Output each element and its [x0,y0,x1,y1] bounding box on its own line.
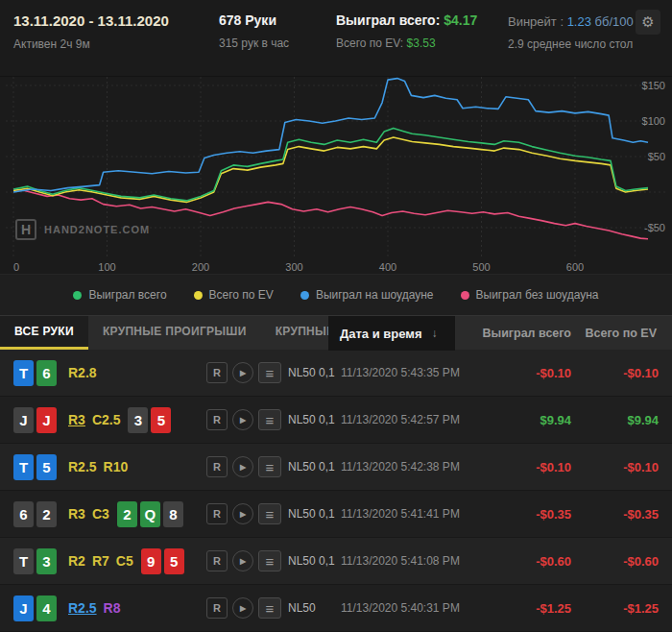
card-8-spade: 8 [163,501,183,527]
play-button[interactable]: ▶ [232,550,253,571]
action-label: C2.5 [92,412,121,427]
row-buttons: R▶≡ [206,409,281,430]
card-J-spade: J [13,407,34,433]
ev-amount: -$0.60 [571,554,659,569]
play-button[interactable]: ▶ [232,597,253,619]
sort-dropdown[interactable]: Дата и время ↓ [328,316,455,351]
stakes-label: NL50 0,1 [288,366,341,379]
hole-cards: T6 [13,360,57,386]
hand-summary: T6R2.8R▶≡ [13,360,288,386]
session-header: 13.11.2020 - 13.11.2020 Активен 2ч 9м 67… [0,0,672,77]
legend-label: Выиграл на шоудауне [316,288,434,302]
datetime-label: 11/13/2020 5:43:35 PM [341,366,485,379]
column-header-won[interactable]: Выиграл всего [482,316,571,351]
legend-item-showdown: Выиграл на шоудауне [300,288,434,302]
hand-summary: J4R2.5R8R▶≡ [13,596,288,621]
row-buttons: R▶≡ [206,550,281,571]
ev-amount: $9.94 [571,413,659,427]
hands-table: T6R2.8R▶≡NL50 0,111/13/2020 5:43:35 PM-$… [0,350,672,632]
details-button[interactable]: ≡ [258,409,281,430]
won-amount: -$0.60 [485,554,571,569]
details-button[interactable]: ≡ [258,362,281,383]
replay-button[interactable]: R [206,597,228,619]
details-button[interactable]: ≡ [258,456,281,477]
tab-all-hands[interactable]: ВСЕ РУКИ [0,316,88,350]
datetime-label: 11/13/2020 5:41:41 PM [341,507,485,521]
card-J-diamond: J [13,596,34,621]
hands-per-hour: 315 рук в час [219,36,323,50]
x-tick-label: 500 [472,261,490,273]
table-row[interactable]: JJR3C2.535R▶≡NL50 0,111/13/2020 5:42:57 … [0,397,672,444]
y-tick-label: $50 [648,151,665,162]
table-row[interactable]: J4R2.5R8R▶≡NL5011/13/2020 5:40:31 PM-$1.… [0,585,672,632]
details-button[interactable]: ≡ [258,503,281,524]
table-row[interactable]: 62R3C32Q8R▶≡NL50 0,111/13/2020 5:41:41 P… [0,491,672,538]
card-9-heart: 9 [141,548,161,574]
active-time: Активен 2ч 9м [13,37,205,51]
winnings-chart: 0100200300400500600$150$100$50-$50 H HAN… [0,77,672,274]
card-5-diamond: 5 [36,454,57,480]
datetime-label: 11/13/2020 5:41:08 PM [341,554,485,568]
sort-dropdown-label: Дата и время [340,327,422,341]
action-label: R7 [92,553,109,569]
series-line-ev [13,137,648,202]
ev-total-value: $3.53 [407,36,436,50]
action-label: R2.5 [68,459,97,474]
hand-line: R2.5R10 [68,459,195,474]
tab-big-losses[interactable]: КРУПНЫЕ ПРОИГРЫШИ [88,316,261,350]
legend-label: Выиграл всего [88,288,166,302]
details-button[interactable]: ≡ [258,597,281,619]
table-row[interactable]: T6R2.8R▶≡NL50 0,111/13/2020 5:43:35 PM-$… [0,350,672,397]
hand-summary: T5R2.5R10R▶≡ [13,454,288,480]
datetime-label: 11/13/2020 5:40:31 PM [341,601,485,615]
play-button[interactable]: ▶ [232,456,253,477]
stakes-label: NL50 0,1 [288,413,341,426]
watermark: H HAND2NOTE.COM [15,219,150,240]
x-tick-label: 400 [379,261,396,273]
column-header-ev[interactable]: Всего по EV [586,316,657,351]
replay-button[interactable]: R [206,409,228,430]
legend-dot-icon [461,291,469,300]
card-5-heart: 5 [151,407,171,433]
legend-item-ev: Всего по EV [194,288,274,302]
legend-dot-icon [300,291,309,300]
replay-button[interactable]: R [206,362,228,383]
x-tick-label: 100 [98,261,115,273]
winnings-graph: 0100200300400500600$150$100$50-$50 [0,77,672,274]
won-amount: -$1.25 [485,601,571,616]
action-label: R3 [68,412,85,427]
sort-arrow-icon: ↓ [432,327,438,340]
date-range[interactable]: 13.11.2020 - 13.11.2020 [13,12,205,29]
ev-total-label: Всего по EV: [336,36,403,50]
hole-cards: 62 [13,501,57,527]
ev-amount: -$1.25 [571,601,659,616]
hole-cards: T3 [13,548,57,574]
details-button[interactable]: ≡ [258,550,281,571]
action-sequence: R2.8 [68,365,97,380]
hand-summary: JJR3C2.535R▶≡ [13,407,288,433]
action-sequence: R2.5R8 [68,600,120,616]
ev-amount: -$0.10 [571,366,659,380]
table-row[interactable]: T5R2.5R10R▶≡NL50 0,111/13/2020 5:42:38 P… [0,444,672,491]
row-buttons: R▶≡ [206,597,281,619]
series-line-showdown [13,79,648,192]
replay-button[interactable]: R [206,503,228,524]
play-button[interactable]: ▶ [232,503,253,524]
play-button[interactable]: ▶ [232,362,253,383]
hole-cards: JJ [13,407,57,433]
settings-button[interactable]: ⚙ [636,10,660,35]
card-5-heart: 5 [164,548,184,574]
x-tick-label: 0 [13,261,19,273]
replay-button[interactable]: R [206,550,228,571]
stakes-label: NL50 0,1 [288,554,341,568]
action-sequence: R3C3 [68,506,109,522]
table-row[interactable]: T3R2R7C595R▶≡NL50 0,111/13/2020 5:41:08 … [0,538,672,585]
hole-cards: J4 [13,596,57,621]
hand2note-logo-icon: H [15,219,36,240]
hole-cards: T5 [13,454,57,480]
play-button[interactable]: ▶ [232,409,253,430]
replay-button[interactable]: R [206,456,228,477]
action-label: R10 [104,459,129,474]
stakes-label: NL50 0,1 [288,460,341,474]
card-4-club: 4 [36,596,57,621]
